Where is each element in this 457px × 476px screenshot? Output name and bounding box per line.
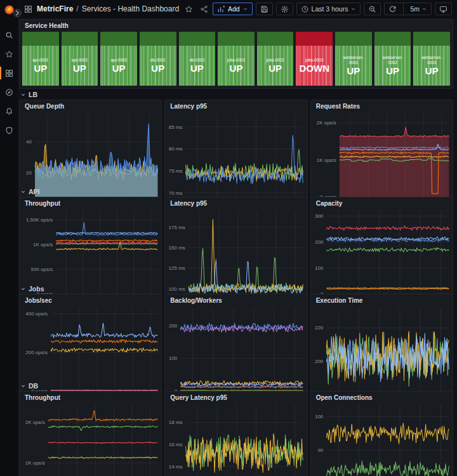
search-minus-icon bbox=[368, 5, 376, 13]
svg-text:150 ms: 150 ms bbox=[169, 245, 185, 251]
chart-db-query-latency-p95[interactable]: 13:3014:0014:3015:0015:3016:0012 ms14 ms… bbox=[165, 402, 307, 476]
panel-title-api-latency-p95[interactable]: Latency p95 bbox=[165, 197, 307, 208]
save-icon bbox=[260, 5, 268, 13]
service-tile-name: webserver-0003 bbox=[417, 55, 446, 65]
time-range-picker[interactable]: Last 3 hours bbox=[296, 3, 361, 15]
service-tile-name: api-0002 bbox=[72, 58, 88, 63]
search-icon bbox=[5, 31, 13, 39]
breadcrumb-separator: / bbox=[76, 4, 78, 13]
service-tile-status: UP bbox=[34, 63, 47, 74]
service-tile-body: webserver-0003UP bbox=[413, 46, 450, 86]
svg-text:70 ms: 70 ms bbox=[169, 190, 183, 196]
favorite-dashboard-button[interactable] bbox=[183, 4, 194, 15]
sidebar-item-dashboards[interactable] bbox=[0, 63, 18, 83]
sidebar-item-starred[interactable] bbox=[0, 44, 18, 63]
panel-db-query-latency-p95: Query Latency p9513:3014:0014:3015:0015:… bbox=[164, 391, 307, 476]
grafana-logo-icon[interactable] bbox=[4, 4, 15, 15]
panel-title-lb-queue-depth[interactable]: Queue Depth bbox=[20, 100, 161, 110]
service-tile-jobs-0002: jobs-0002UP bbox=[257, 32, 294, 86]
refresh-button[interactable] bbox=[385, 3, 401, 15]
add-button[interactable]: Add bbox=[213, 3, 253, 15]
panel-row-lb: Queue Depth13:3014:0014:3015:0015:3016:0… bbox=[19, 100, 453, 186]
refresh-controls: 5m bbox=[384, 3, 432, 15]
chart-api-capacity[interactable]: 13:3014:0014:3015:0015:3016:000100200300 bbox=[311, 208, 453, 303]
service-tile-body: jobs-0001UP bbox=[218, 46, 255, 86]
chart-lb-request-rates[interactable]: 13:3014:0014:3015:0015:3016:000 ops/s1K … bbox=[311, 110, 453, 206]
service-tile-name: webserver-0002 bbox=[378, 55, 407, 65]
kiosk-mode-button[interactable] bbox=[435, 3, 452, 15]
service-tile-api-0001: api-0001UP bbox=[22, 32, 59, 86]
dashboard-settings-button[interactable] bbox=[276, 3, 293, 15]
service-tile-webserver-0002: webserver-0002UP bbox=[374, 32, 411, 86]
service-tile-body: db-0001UP bbox=[140, 46, 176, 86]
sidebar bbox=[0, 0, 18, 476]
service-tile-header bbox=[100, 32, 137, 46]
refresh-interval-picker[interactable]: 5m bbox=[406, 3, 431, 15]
svg-text:100: 100 bbox=[315, 414, 324, 420]
svg-text:75 ms: 75 ms bbox=[169, 168, 183, 174]
sidebar-expand-toggle[interactable] bbox=[13, 9, 22, 17]
sidebar-item-administration[interactable] bbox=[0, 121, 18, 140]
svg-text:400 ops/s: 400 ops/s bbox=[25, 311, 48, 317]
service-tile-jobs-0001: jobs-0001UP bbox=[218, 32, 255, 86]
panel-title-api-capacity[interactable]: Capacity bbox=[311, 197, 453, 208]
svg-text:2K ops/s: 2K ops/s bbox=[316, 120, 336, 126]
panel-title-lb-latency-p95[interactable]: Latency p95 bbox=[165, 100, 307, 110]
save-dashboard-button[interactable] bbox=[256, 3, 273, 15]
panel-title-jobs-execution-time[interactable]: Execution Time bbox=[311, 294, 453, 305]
service-tile-db-0002: db-0002UP bbox=[179, 32, 216, 86]
breadcrumb-brand[interactable]: MetricFire bbox=[37, 4, 73, 13]
panel-row-jobs: Jobs/sec13:3014:0014:3015:0015:3016:000 … bbox=[19, 294, 453, 380]
panel-title-db-throughput[interactable]: Throughput bbox=[20, 392, 161, 402]
panel-title-db-open-connections[interactable]: Open Connections bbox=[311, 392, 453, 402]
svg-text:90: 90 bbox=[317, 447, 323, 453]
svg-text:125 ms: 125 ms bbox=[169, 265, 185, 271]
panel-row-db: Throughput13:3014:0014:3015:0015:3016:00… bbox=[19, 391, 453, 476]
service-tile-body: api-0003UP bbox=[100, 46, 137, 86]
service-tile-db-0001: db-0001UP bbox=[140, 32, 176, 86]
panel-title-jobs-per-sec[interactable]: Jobs/sec bbox=[20, 294, 161, 305]
row-header-lb[interactable]: LB bbox=[20, 90, 453, 99]
zoom-out-time-button[interactable] bbox=[364, 3, 381, 15]
chevron-down-icon bbox=[20, 286, 26, 292]
service-tile-status: UP bbox=[347, 65, 361, 76]
svg-text:200: 200 bbox=[315, 359, 324, 364]
star-icon bbox=[185, 5, 193, 13]
panel-service-health: Service Health api-0001UPapi-0002UPapi-0… bbox=[19, 19, 453, 89]
chart-db-open-connections[interactable]: 13:3014:0014:3015:0015:3016:008090100 bbox=[311, 402, 453, 476]
svg-text:200: 200 bbox=[169, 323, 178, 329]
service-tile-name: jobs-0003 bbox=[305, 58, 324, 63]
panel-title-api-throughput[interactable]: Throughput bbox=[20, 197, 161, 208]
service-tile-name: db-0002 bbox=[189, 58, 204, 63]
panel-title-db-query-latency-p95[interactable]: Query Latency p95 bbox=[165, 392, 307, 402]
sidebar-item-alerting[interactable] bbox=[0, 102, 18, 121]
chart-jobs-per-sec[interactable]: 13:3014:0014:3015:0015:3016:000 ops/s200… bbox=[20, 305, 161, 400]
shield-icon bbox=[5, 126, 13, 135]
time-range-label: Last 3 hours bbox=[312, 5, 348, 13]
panel-title-jobs-backlog-workers[interactable]: Backlog/Workers bbox=[165, 294, 307, 305]
svg-text:200 ops/s: 200 ops/s bbox=[25, 350, 48, 355]
service-tile-name: webserver-0001 bbox=[339, 55, 368, 65]
service-tile-name: api-0001 bbox=[32, 58, 48, 63]
monitor-icon bbox=[439, 5, 447, 13]
chart-jobs-backlog-workers[interactable]: 13:3014:0014:3015:0015:3016:000100200 bbox=[165, 305, 307, 400]
chart-db-throughput[interactable]: 13:3014:0014:3015:0015:3016:001K ops/s2K… bbox=[20, 402, 161, 476]
panel-title-service-health[interactable]: Service Health bbox=[20, 20, 453, 30]
refresh-icon bbox=[388, 5, 397, 13]
svg-text:40: 40 bbox=[26, 139, 32, 145]
service-tile-header bbox=[257, 32, 294, 46]
share-dashboard-button[interactable] bbox=[199, 4, 209, 15]
service-tile-status: UP bbox=[190, 63, 204, 74]
service-tile-name: jobs-0002 bbox=[266, 58, 284, 63]
sidebar-item-explore[interactable] bbox=[0, 83, 18, 102]
svg-text:175 ms: 175 ms bbox=[169, 225, 185, 230]
caret-down-icon bbox=[421, 6, 427, 12]
sidebar-nav bbox=[0, 25, 18, 140]
service-tile-header bbox=[22, 32, 59, 46]
sidebar-item-search[interactable] bbox=[0, 25, 18, 44]
breadcrumb-page[interactable]: Services - Health Dashboard bbox=[82, 4, 179, 13]
dashboard-content: Service Health api-0001UPapi-0002UPapi-0… bbox=[18, 18, 457, 476]
panel-title-lb-request-rates[interactable]: Request Rates bbox=[311, 100, 453, 110]
service-tile-header bbox=[335, 32, 372, 46]
panel-row-api: Throughput13:3014:0014:3015:0015:3016:00… bbox=[19, 197, 453, 283]
